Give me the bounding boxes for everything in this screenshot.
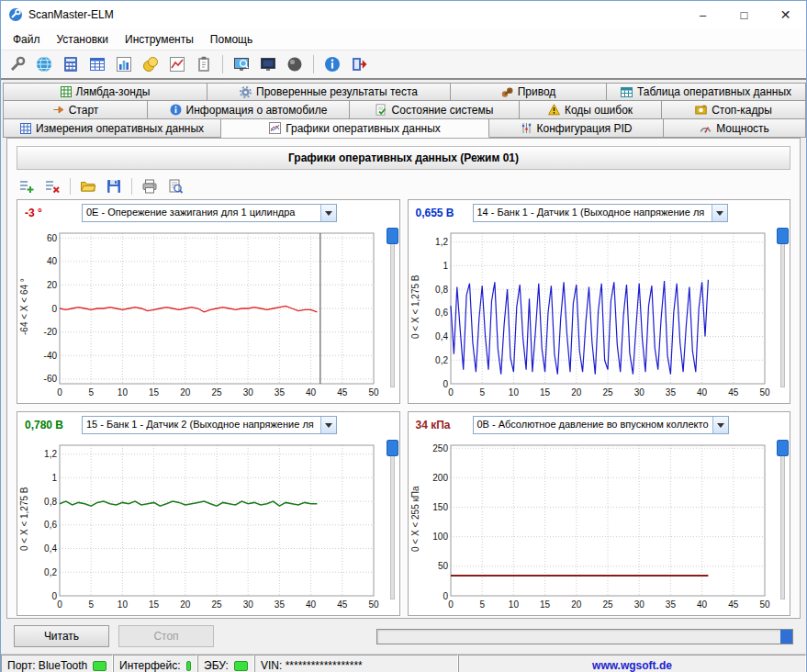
chevron-down-icon[interactable] [712,205,727,221]
graph-red-icon[interactable] [166,53,188,75]
chart-plot: 05101520253035404550250200150100500 [421,438,774,610]
tab-power[interactable]: Мощность [664,119,806,138]
svg-text:20: 20 [47,280,58,290]
pid-select[interactable]: 0E - Опережение зажигания для 1 цилиндра [82,204,337,222]
chart-blue-icon[interactable] [113,53,135,75]
y-scale-slider[interactable] [777,440,787,599]
tab-label: Привод [518,85,556,98]
tab-label: Измерения оперативных данных [36,122,204,135]
chart-body: 0 < X < 1,275 В 051015202530354045501,21… [17,438,399,614]
y-scale-slider[interactable] [387,228,397,387]
read-button[interactable]: Читать [14,625,109,647]
coins-icon[interactable] [140,53,162,75]
monitor-icon[interactable] [257,53,279,75]
calculator-icon[interactable] [60,53,82,75]
y-scale-slider[interactable] [387,440,397,599]
svg-text:0: 0 [51,591,57,601]
svg-text:0: 0 [443,379,448,389]
tab-start[interactable]: Старт [3,101,148,119]
pid-select[interactable]: 14 - Банк 1 - Датчик 1 (Выходное напряже… [473,204,728,222]
charts-grid: -3 ° 0E - Опережение зажигания для 1 цил… [17,199,790,616]
status-interface: Интерфейс: [113,655,197,672]
exit-icon[interactable] [348,53,370,75]
data-table-icon[interactable] [86,53,108,75]
remove-graph-icon[interactable] [42,176,62,196]
stop-button[interactable]: Стоп [118,625,214,647]
y-scale-slider[interactable] [777,228,787,387]
print-preview-icon[interactable] [165,176,185,196]
maximize-button[interactable]: □ [723,1,765,28]
tab-label: Конфигурация PID [537,122,633,135]
svg-text:25: 25 [602,599,613,610]
svg-text:40: 40 [306,387,317,398]
chart-plot: 051015202530354045506040200-20-40-60 [30,226,383,398]
status-ecu: ЭБУ: [197,655,254,672]
svg-text:20: 20 [571,387,582,398]
gear-icon [240,86,252,98]
pid-select[interactable]: 0B - Абсолютное давление во впускном кол… [473,416,729,434]
tab-row-1: Лямбда-зонды Проверенные результаты тест… [3,83,804,101]
svg-text:-20: -20 [44,327,58,337]
tab-label: Проверенные результаты теста [256,85,418,98]
pid-select[interactable]: 15 - Банк 1 - Датчик 2 (Выходное напряже… [82,416,337,434]
tab-system-status[interactable]: Состояние системы [350,101,520,119]
wrench-icon[interactable] [6,53,28,75]
chevron-down-icon[interactable] [320,417,336,433]
slider-thumb[interactable] [777,228,789,244]
clipboard-icon[interactable] [193,53,215,75]
close-button[interactable]: ✕ [765,1,806,28]
tab-live-data-measure[interactable]: Измерения оперативных данных [3,119,221,138]
add-graph-icon[interactable] [17,176,37,196]
print-icon[interactable] [140,176,160,196]
svg-text:25: 25 [211,387,222,398]
menu-file[interactable]: Файл [5,28,49,50]
toolbar-separator [131,178,132,195]
slider-thumb[interactable] [777,440,789,456]
tab-live-data-graphs[interactable]: Графики оперативных данных [221,119,489,138]
tab-drive[interactable]: Привод [451,83,607,101]
table-icon [621,86,633,98]
svg-text:45: 45 [337,387,348,398]
tab-live-data-table[interactable]: Таблица оперативных данных [607,83,806,101]
toolbar-separator [222,55,223,73]
svg-text:0: 0 [443,591,448,601]
svg-text:150: 150 [432,502,448,512]
svg-text:0: 0 [57,599,62,610]
slider-thumb[interactable] [387,440,398,456]
slider-track [390,228,395,387]
screen-search-icon[interactable] [230,53,252,75]
svg-text:15: 15 [540,599,551,610]
svg-text:1: 1 [443,261,448,271]
minimize-button[interactable]: – [682,1,723,28]
tab-lambda-sensors[interactable]: Лямбда-зонды [3,83,207,101]
chevron-down-icon[interactable] [712,417,728,433]
svg-text:1,2: 1,2 [44,449,57,459]
tab-vehicle-info[interactable]: Информация о автомобиле [148,101,350,119]
svg-text:15: 15 [149,599,160,610]
chart-header: 0,780 В 15 - Банк 1 - Датчик 2 (Выходное… [17,412,399,438]
svg-text:10: 10 [508,387,519,398]
chevron-down-icon[interactable] [320,205,336,221]
tab-dtc[interactable]: Коды ошибок [520,101,662,119]
menu-help[interactable]: Помощь [202,28,261,50]
wgsoft-link[interactable]: www.wgsoft.de [592,659,672,672]
panel-title: Графики оперативных данных (Режим 01) [17,146,790,170]
svg-text:0: 0 [57,387,62,398]
svg-text:25: 25 [602,387,613,398]
globe-icon[interactable] [33,53,55,75]
tab-test-results[interactable]: Проверенные результаты теста [207,83,451,101]
svg-text:25: 25 [211,599,222,610]
info-icon[interactable] [321,53,343,75]
menu-settings[interactable]: Установки [49,28,117,50]
open-icon[interactable] [78,176,98,196]
svg-text:35: 35 [275,387,286,398]
menu-tools[interactable]: Инструменты [117,28,202,50]
sphere-icon[interactable] [284,53,306,75]
chart-plot: 051015202530354045501,210,80,60,40,20 [421,226,774,398]
tab-pid-config[interactable]: Конфигурация PID [489,119,664,138]
save-icon[interactable] [104,176,124,196]
slider-thumb[interactable] [387,228,398,244]
svg-text:0,2: 0,2 [435,355,448,365]
tab-freeze-frames[interactable]: Стоп-кадры [662,101,806,119]
tab-strip: Лямбда-зонды Проверенные результаты тест… [1,80,806,138]
